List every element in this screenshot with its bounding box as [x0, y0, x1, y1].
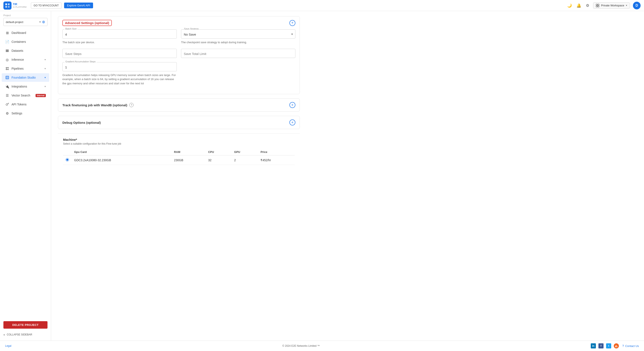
sidebar-item-label: API Tokens [12, 103, 46, 106]
save-steps-field [62, 49, 177, 58]
save-strategy-select[interactable]: No Save Steps Epoch [181, 30, 296, 38]
batch-size-label: Batch Size [64, 28, 78, 30]
facebook-icon[interactable]: f [598, 343, 604, 348]
api-tokens-icon [5, 102, 9, 106]
svg-point-12 [8, 67, 8, 68]
logo: TIR AI PLATFORM [4, 2, 26, 10]
machine-subtitle: Select a suitable configuration for this… [63, 142, 121, 145]
twitter-icon[interactable]: t [606, 343, 611, 348]
machine-radio-cell[interactable] [63, 156, 72, 165]
settings-nav-icon: ⚙ [5, 111, 9, 116]
svg-rect-0 [5, 4, 7, 5]
linkedin-icon[interactable]: in [591, 343, 596, 348]
contact-label: Contact Us [625, 344, 639, 348]
gradient-accumulation-input[interactable] [62, 62, 177, 71]
delete-project-button[interactable]: DELETE PROJECT [4, 321, 48, 329]
main-content: Advanced Settings (optional) + Batch Siz… [51, 11, 644, 340]
sidebar-bottom: DELETE PROJECT « COLLAPSE SIDEBAR [0, 319, 51, 340]
col-gpu-card: Gpu Card [72, 149, 172, 156]
svg-rect-9 [6, 50, 9, 51]
sidebar-item-label: Integrations [12, 85, 42, 88]
sidebar-item-label: Pipelines [12, 67, 42, 70]
ram-value: 230GB [172, 156, 206, 165]
chevron-down-icon: ▾ [44, 85, 46, 88]
advanced-settings-expand-icon[interactable]: + [290, 20, 296, 26]
sidebar-item-foundation-studio[interactable]: Foundation Studio ▾ [2, 73, 49, 82]
cpu-value: 32 [206, 156, 232, 165]
project-label: Project [4, 14, 48, 16]
integrations-icon: 🔌 [5, 84, 9, 88]
sidebar-item-dashboard[interactable]: ⊞ Dashboard [2, 28, 49, 37]
sidebar-item-api-tokens[interactable]: API Tokens [2, 100, 49, 108]
chevron-down-icon: ▾ [44, 67, 46, 70]
gradient-accumulation-label: Gradient Accumulation Steps [64, 60, 96, 63]
save-total-limit-input[interactable] [181, 49, 296, 58]
machine-table-body: GDC3.2xA10080-32.230GB 230GB 32 2 ₹452/h… [63, 156, 295, 165]
project-dropdown[interactable]: default-project ▾ ⊕ [4, 18, 48, 26]
social-links: in f t [591, 343, 619, 348]
advanced-settings-header[interactable]: Advanced Settings (optional) + [58, 16, 300, 30]
workspace-label: Private Workspace [601, 4, 624, 7]
workspace-chevron-icon: ▾ [626, 4, 627, 7]
settings-button[interactable]: ⚙ [585, 2, 590, 9]
svg-point-14 [8, 69, 8, 70]
collapse-sidebar-button[interactable]: « COLLAPSE SIDEBAR [4, 331, 48, 338]
wandb-help-icon[interactable]: ? [129, 103, 134, 107]
sidebar-item-label: Inference [12, 58, 42, 61]
svg-rect-18 [6, 76, 9, 79]
svg-point-11 [6, 67, 7, 68]
save-strategy-field: Save Strategy No Save Steps Epoch The ch… [181, 30, 296, 44]
sidebar-item-vector-search[interactable]: ☰ Vector Search Internal [2, 91, 49, 100]
dark-mode-toggle[interactable]: 🌙 [566, 2, 573, 9]
containers-icon: 📄 [5, 40, 9, 44]
advanced-settings-section: Advanced Settings (optional) + Batch Siz… [58, 16, 300, 94]
sidebar-item-settings[interactable]: ⚙ Settings [2, 109, 49, 118]
myaccount-button[interactable]: GO TO MYACCOUNT [31, 2, 62, 8]
svg-rect-2 [5, 6, 7, 8]
debug-header[interactable]: Debug Options (optional) + [58, 116, 300, 129]
legal-link[interactable]: Legal [5, 344, 11, 348]
sidebar-item-integrations[interactable]: 🔌 Integrations ▾ [2, 82, 49, 91]
wandb-expand-icon[interactable]: + [290, 102, 296, 108]
form-row-gradient: Gradient Accumulation Steps Gradient Acc… [62, 62, 296, 86]
sidebar-item-label: Dashboard [12, 31, 46, 34]
sidebar-item-datasets[interactable]: Datasets [2, 46, 49, 55]
save-steps-input[interactable] [62, 49, 177, 58]
advanced-settings-title: Advanced Settings (optional) [62, 20, 112, 26]
chevron-down-icon: ▾ [44, 58, 46, 61]
sidebar-item-inference[interactable]: ◎ Inference ▾ [2, 56, 49, 64]
rss-icon[interactable] [614, 343, 619, 348]
sidebar-item-label: Settings [12, 112, 46, 115]
wandb-header[interactable]: Track finetuning job with WandB (optiona… [58, 98, 300, 112]
add-project-icon[interactable]: ⊕ [42, 20, 45, 24]
debug-expand-icon[interactable]: + [290, 120, 296, 126]
contact-us-button[interactable]: ? Contact Us [622, 344, 639, 348]
machine-title-area: Machine* Select a suitable configuration… [63, 138, 121, 145]
dashboard-icon: ⊞ [5, 31, 9, 35]
pipelines-icon [5, 66, 9, 71]
workspace-selector[interactable]: Private Workspace ▾ [593, 2, 630, 9]
machine-section: Machine* Select a suitable configuration… [58, 133, 300, 169]
svg-rect-6 [596, 6, 597, 7]
notifications-button[interactable]: 🔔 [576, 2, 582, 9]
form-row-save-steps [62, 49, 296, 58]
svg-rect-1 [8, 4, 10, 5]
avatar[interactable]: D [633, 2, 640, 9]
logo-subtitle: AI PLATFORM [13, 6, 26, 8]
footer-links: in f t ? Contact Us [591, 343, 639, 348]
col-gpu: GPU [232, 149, 258, 156]
form-row-batch-save: Batch Size The batch size per device. Sa… [62, 30, 296, 44]
batch-size-input[interactable] [62, 30, 177, 38]
genai-button[interactable]: Explore GenAI API [64, 2, 93, 8]
sidebar-item-containers[interactable]: 📄 Containers [2, 38, 49, 46]
sidebar-item-label: Foundation Studio [12, 76, 42, 79]
project-chevron-icon: ▾ [40, 20, 41, 24]
logo-icon [4, 2, 12, 10]
topbar: TIR AI PLATFORM GO TO MYACCOUNT Explore … [0, 0, 644, 11]
machine-radio-gdc3[interactable] [66, 158, 69, 162]
wandb-title-area: Track finetuning job with WandB (optiona… [62, 103, 134, 107]
help-icon: ? [622, 344, 624, 348]
footer: Legal © 2024 E2E Networks Limited ™ in f… [0, 340, 644, 351]
datasets-icon [5, 48, 9, 53]
sidebar-item-pipelines[interactable]: Pipelines ▾ [2, 64, 49, 73]
